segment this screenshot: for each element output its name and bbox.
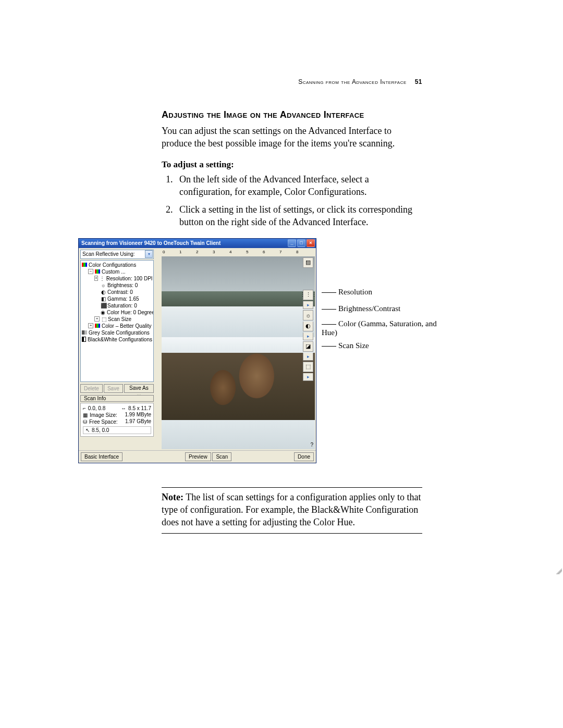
ruler-horizontal: 0 1 2 3 4 5 6 7 8 — [162, 249, 315, 257]
save-as-button[interactable]: Save As ... — [124, 384, 154, 393]
tree-grey[interactable]: Grey Scale Configurations — [89, 329, 150, 336]
corner-icon: ⌐ — [83, 405, 86, 411]
note-text: The list of scan settings for a configur… — [162, 492, 421, 528]
figure: Scanning from Visioneer 9420 to OneTouch… — [78, 238, 464, 463]
dialog-footer: Basic Interface Preview Scan Done — [79, 450, 316, 463]
color-tool-icon[interactable]: ◪ — [303, 341, 313, 352]
delete-button[interactable]: Delete — [80, 384, 103, 393]
intro-paragraph: You can adjust the scan settings on the … — [162, 125, 422, 150]
procedure-list: On the left side of the Advanced Interfa… — [162, 173, 422, 229]
scan-coords: 0.0, 0.8 — [88, 405, 105, 411]
grey-swatch-icon — [82, 330, 87, 335]
help-icon[interactable]: ? — [310, 442, 313, 448]
scan-info-label: Scan Info — [80, 395, 154, 402]
resolution-tool-icon[interactable]: ⋮⋮⋮ — [303, 290, 313, 300]
ruler-tick: 1 — [179, 250, 181, 254]
callouts: Resolution Brightness/Contrast Color (Ga… — [322, 238, 457, 462]
scan-mode-select[interactable]: Scan Reflective Using: — [80, 250, 154, 259]
callout-color: Color (Gamma, Saturation, and Hue) — [322, 319, 437, 337]
scan-info-panel: ⌐0.0, 0.8 ↔8.5 x 11.7 ▦Image Size:1.99 M… — [80, 403, 154, 437]
ruler-tick: 5 — [246, 250, 248, 254]
tree-bw[interactable]: Black&White Configurations — [88, 336, 152, 343]
expand-icon[interactable]: ▸ — [303, 332, 313, 340]
tree-contrast[interactable]: Contrast: 0 — [107, 289, 133, 295]
tree-custom[interactable]: Custom ... — [102, 268, 126, 275]
config-tree[interactable]: Color Configurations −Custom ... +⋮⋮Reso… — [80, 260, 154, 382]
resolution-icon: ⋮⋮ — [100, 275, 105, 282]
tree-saturation[interactable]: Saturation: 0 — [107, 302, 137, 309]
minimize-icon[interactable]: _ — [288, 239, 296, 247]
hue-icon: ◉ — [101, 309, 105, 316]
chevron-down-icon[interactable] — [145, 250, 153, 258]
saturation-icon: ⬛ — [101, 302, 106, 309]
brightness-icon: ☼ — [101, 282, 106, 289]
running-header-text: Scanning from the Advanced Interface — [298, 78, 407, 85]
scan-size-tool-icon[interactable]: ⬚ — [303, 362, 313, 372]
page-number: 51 — [415, 78, 422, 85]
color-swatch-icon — [95, 269, 100, 274]
contrast-tool-icon[interactable]: ◐ — [303, 322, 313, 331]
note-block: Note: The list of scan settings for a co… — [162, 487, 422, 534]
section-title: Adjusting the Image on the Advanced Inte… — [162, 109, 422, 120]
free-space-value: 1.97 GByte — [125, 418, 151, 425]
dialog-title: Scanning from Visioneer 9420 to OneTouch… — [81, 240, 221, 246]
note-label: Note: — [162, 492, 183, 502]
tree-color-configs[interactable]: Color Configurations — [89, 262, 136, 268]
size-icon: ↔ — [121, 405, 126, 411]
ruler-tick: 8 — [296, 250, 298, 254]
tree-resolution[interactable]: Resolution: 100 DPI — [106, 275, 153, 282]
basic-interface-button[interactable]: Basic Interface — [81, 452, 123, 461]
color-swatch-icon — [82, 263, 87, 267]
preview-image[interactable] — [162, 256, 315, 449]
close-icon[interactable]: × — [307, 239, 315, 247]
preview-button[interactable]: Preview — [185, 452, 211, 461]
image-size-label: Image Size: — [90, 412, 117, 418]
bw-swatch-icon — [82, 337, 86, 342]
tree-brightness[interactable]: Brightness: 0 — [107, 282, 138, 289]
image-icon: ▦ — [83, 412, 88, 418]
running-header: Scanning from the Advanced Interface 51 — [298, 78, 422, 85]
gamma-icon: ◧ — [101, 295, 106, 302]
titlebar: Scanning from Visioneer 9420 to OneTouch… — [79, 239, 316, 248]
scan-mode-label: Scan Reflective Using: — [82, 251, 135, 257]
collapse-icon[interactable]: − — [88, 269, 93, 274]
ruler-tick: 3 — [213, 250, 215, 254]
new-preview-icon[interactable]: ▨ — [303, 257, 313, 268]
image-size-value: 1.99 MByte — [125, 412, 151, 418]
brightness-tool-icon[interactable]: ☼ — [303, 310, 313, 320]
expand-icon[interactable]: ▸ — [303, 301, 313, 309]
expand-icon[interactable]: + — [88, 323, 93, 328]
maximize-icon[interactable]: □ — [297, 239, 305, 247]
ruler-tick: 4 — [229, 250, 231, 254]
ruler-tick: 2 — [196, 250, 198, 254]
done-button[interactable]: Done — [294, 452, 314, 461]
tree-gamma[interactable]: Gamma: 1.65 — [107, 295, 139, 302]
expand-icon[interactable]: + — [94, 276, 98, 281]
tree-better-quality[interactable]: Color – Better Quality — [102, 323, 152, 329]
tree-hue[interactable]: Color Hue: 0 Degrees — [107, 309, 154, 316]
expand-icon[interactable]: ▸ — [303, 353, 313, 361]
ruler-tick: 7 — [279, 250, 282, 254]
contrast-icon: ◐ — [101, 289, 106, 295]
step-1: On the left side of the Advanced Interfa… — [175, 173, 422, 199]
procedure-heading: To adjust a setting: — [162, 159, 422, 170]
scan-size-icon: ⬚ — [101, 316, 106, 323]
settings-pane: Scan Reflective Using: Color Configurati… — [80, 249, 154, 449]
photo-placeholder — [162, 256, 315, 449]
expand-icon[interactable]: ▸ — [303, 373, 313, 381]
resize-grip-icon[interactable] — [556, 568, 562, 574]
ruler-vertical — [154, 256, 162, 449]
expand-icon[interactable]: + — [94, 316, 100, 322]
ruler-tick: 0 — [163, 250, 165, 254]
scan-button[interactable]: Scan — [212, 452, 231, 461]
save-button[interactable]: Save — [104, 384, 123, 393]
scan-dims: 8.5 x 11.7 — [128, 405, 151, 411]
callout-brightness: Brightness/Contrast — [338, 304, 400, 313]
ruler-tick: 6 — [263, 250, 265, 254]
tree-scansize[interactable]: Scan Size — [108, 316, 131, 323]
scan-dialog: Scanning from Visioneer 9420 to OneTouch… — [78, 238, 316, 463]
callout-scansize: Scan Size — [338, 341, 369, 350]
disk-icon: ⛁ — [83, 419, 87, 425]
cursor-pos: 8.5, 0.0 — [92, 427, 109, 433]
free-space-label: Free Space: — [89, 419, 117, 425]
